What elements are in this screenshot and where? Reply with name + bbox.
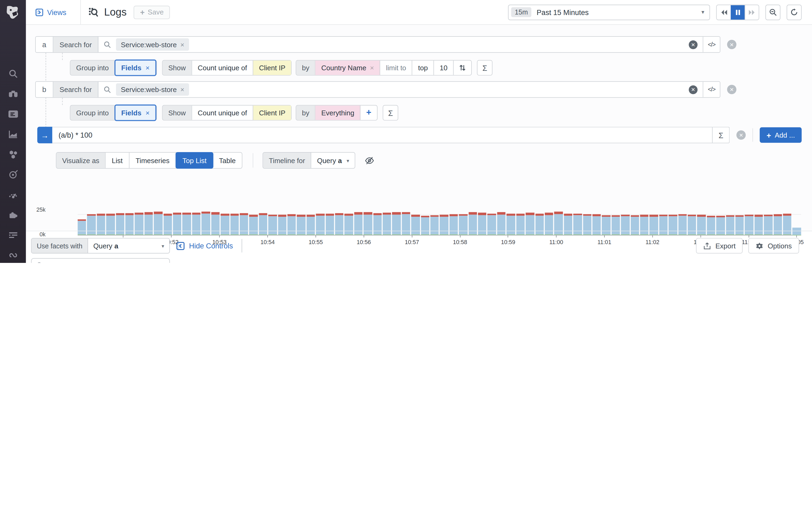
- page-title: Logs: [88, 6, 126, 18]
- query-row-b: b Search for Service:web-store × ✕ </> ✕: [35, 81, 736, 98]
- group-row-b: Group into Fields × Show Count unique of…: [70, 105, 398, 121]
- group-into-control: Group into Fields ×: [70, 105, 157, 121]
- chevron-down-icon: ▾: [162, 243, 164, 248]
- by-control: by Everything +: [296, 105, 377, 121]
- divider: [253, 153, 253, 168]
- export-button[interactable]: Export: [696, 238, 743, 253]
- query-token[interactable]: Service:web-store ×: [116, 83, 189, 96]
- integrations-puzzle-icon[interactable]: [7, 209, 19, 221]
- y-axis-min-label: 0k: [25, 231, 46, 237]
- code-view-toggle[interactable]: </>: [703, 37, 720, 52]
- hide-controls-button[interactable]: Hide Controls: [176, 241, 233, 250]
- formula-sigma-button[interactable]: Σ: [383, 105, 398, 121]
- query-letter: b: [36, 82, 53, 97]
- top-bar: Views Logs + Save 15m Past 15: [26, 0, 812, 25]
- viz-option-timeseries[interactable]: Timeseries: [130, 153, 176, 168]
- viz-option-table[interactable]: Table: [213, 153, 242, 168]
- clear-query-icon[interactable]: ✕: [689, 40, 698, 49]
- fast-forward-button[interactable]: [745, 5, 759, 19]
- gear-icon: [756, 242, 764, 250]
- search-icon: [104, 41, 111, 48]
- divider: [241, 239, 242, 252]
- main-header: Hide Controls Export Options: [176, 238, 799, 253]
- formula-sigma-button[interactable]: Σ: [477, 60, 493, 76]
- viz-option-top-list[interactable]: Top List: [175, 152, 213, 169]
- limit-direction-selector[interactable]: top: [412, 61, 434, 75]
- watchdog-binoculars-icon[interactable]: [7, 88, 19, 100]
- group-row-a: Group into Fields × Show Count unique of…: [70, 60, 493, 76]
- by-field-selector[interactable]: Country Name ×: [315, 61, 380, 75]
- remove-token-icon[interactable]: ×: [181, 86, 185, 93]
- query-builder: a Search for Service:web-store × ✕ </> ✕: [26, 25, 812, 231]
- query-letter: a: [36, 37, 53, 52]
- by-field-selector[interactable]: Everything: [315, 105, 360, 120]
- query-input-a[interactable]: a Search for Service:web-store × ✕ </>: [35, 36, 720, 53]
- group-fields-selector[interactable]: Fields ×: [114, 60, 156, 76]
- visualize-as-control: Visualize as ListTimeseriesTop ListTable: [56, 152, 243, 169]
- facet-search[interactable]: [31, 258, 170, 263]
- save-button[interactable]: + Save: [134, 5, 170, 19]
- clear-query-icon[interactable]: ✕: [689, 85, 698, 94]
- infrastructure-hexagons-icon[interactable]: [7, 148, 19, 160]
- visualize-row: Visualize as ListTimeseriesTop ListTable…: [56, 152, 374, 169]
- collapse-panel-icon: [176, 241, 185, 250]
- timeline-query-selector[interactable]: Query a ▾: [311, 153, 355, 168]
- query-token[interactable]: Service:web-store ×: [116, 38, 189, 51]
- ci-link-icon[interactable]: [7, 249, 19, 261]
- aggregation-selector[interactable]: Count unique of: [192, 105, 253, 120]
- refresh-button[interactable]: [787, 4, 802, 20]
- main-content: Hide Controls Export Options: [176, 238, 799, 263]
- pause-button[interactable]: [731, 5, 745, 19]
- code-view-toggle[interactable]: </>: [703, 82, 720, 97]
- visualize-options: ListTimeseriesTop ListTable: [106, 153, 242, 168]
- timeline-for-control: Timeline for Query a ▾: [263, 152, 355, 169]
- gauge-icon[interactable]: [7, 188, 19, 201]
- log-pipelines-icon[interactable]: [7, 229, 19, 241]
- remove-query-button[interactable]: ✕: [727, 40, 737, 49]
- facet-search-input[interactable]: [48, 262, 165, 263]
- options-button[interactable]: Options: [749, 238, 799, 253]
- aggregation-selector[interactable]: Count unique of: [192, 61, 253, 75]
- views-button[interactable]: Views: [35, 8, 66, 16]
- measure-field-selector[interactable]: Client IP: [253, 105, 291, 120]
- remove-query-button[interactable]: ✕: [727, 85, 737, 94]
- remove-group-icon[interactable]: ×: [146, 64, 150, 72]
- search-icon: [36, 262, 44, 263]
- remove-formula-button[interactable]: ✕: [737, 130, 746, 140]
- limit-count-selector[interactable]: 10: [434, 61, 454, 75]
- remove-by-icon[interactable]: ×: [370, 64, 374, 72]
- query-row-a: a Search for Service:web-store × ✕ </> ✕: [35, 36, 736, 53]
- add-query-button[interactable]: + Add ...: [760, 127, 802, 143]
- search-icon[interactable]: [7, 67, 19, 80]
- divider: [753, 128, 753, 142]
- datadog-logs-app: ? Views Logs: [0, 0, 812, 263]
- time-range-picker[interactable]: 15m Past 15 Minutes ▾: [508, 4, 710, 20]
- formula-input[interactable]: (a/b) * 100 Σ: [52, 127, 730, 144]
- remove-group-icon[interactable]: ×: [146, 109, 150, 117]
- measure-field-selector[interactable]: Client IP: [253, 61, 291, 75]
- viz-option-list[interactable]: List: [106, 153, 130, 168]
- zoom-out-button[interactable]: [765, 4, 780, 20]
- formula-arrow-button[interactable]: →: [37, 127, 52, 144]
- search-icon: [104, 86, 111, 93]
- formula-sigma-button[interactable]: Σ: [712, 127, 729, 143]
- add-by-field-button[interactable]: +: [361, 105, 377, 120]
- group-fields-selector[interactable]: Fields ×: [114, 105, 156, 121]
- datadog-logo[interactable]: [3, 3, 23, 23]
- chart-plot-area[interactable]: [78, 209, 801, 235]
- rewind-button[interactable]: [717, 5, 731, 19]
- sort-order-button[interactable]: [454, 61, 471, 75]
- remove-token-icon[interactable]: ×: [181, 41, 185, 48]
- formula-row: → (a/b) * 100 Σ ✕ + Add ...: [37, 127, 802, 144]
- chevron-down-icon: ▾: [701, 9, 704, 15]
- metrics-chart-icon[interactable]: [7, 128, 19, 140]
- apm-target-icon[interactable]: [7, 168, 19, 180]
- section-divider: [26, 231, 812, 231]
- query-input-b[interactable]: b Search for Service:web-store × ✕ </>: [35, 81, 720, 98]
- topbar-right-controls: 15m Past 15 Minutes ▾: [508, 4, 802, 20]
- dashboards-icon[interactable]: [7, 108, 19, 120]
- rail-icon-list: [7, 67, 19, 263]
- use-facets-with-selector[interactable]: Use facets with Querya ▾: [31, 238, 170, 253]
- export-icon: [704, 242, 711, 250]
- hide-timeline-icon[interactable]: [365, 156, 374, 166]
